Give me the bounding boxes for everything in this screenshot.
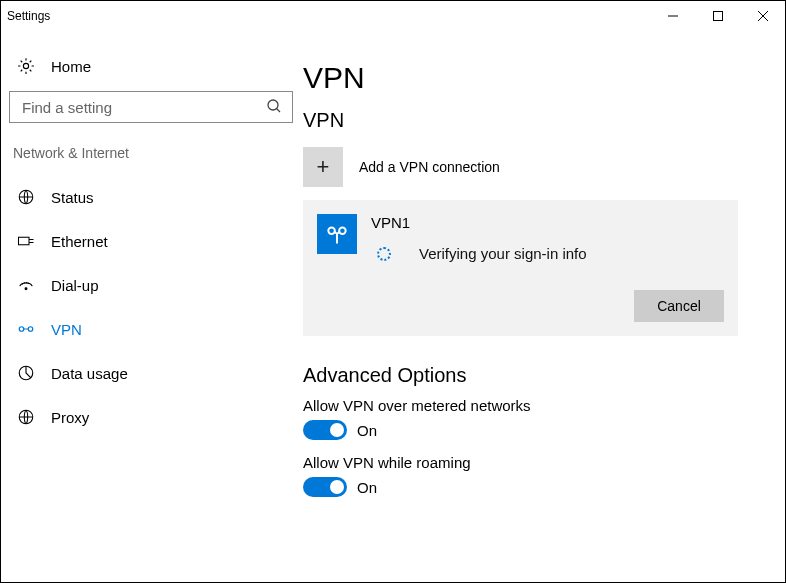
- svg-point-4: [23, 63, 28, 68]
- plus-icon: +: [303, 147, 343, 187]
- status-icon: [15, 186, 37, 208]
- dialup-icon: [15, 274, 37, 296]
- window-titlebar: Settings: [1, 1, 785, 31]
- cancel-button[interactable]: Cancel: [634, 290, 724, 322]
- vpn-connection-name: VPN1: [371, 214, 724, 231]
- metered-option-label: Allow VPN over metered networks: [303, 397, 775, 414]
- vpn-status-text: Verifying your sign-in info: [419, 245, 587, 262]
- sidebar-item-vpn[interactable]: VPN: [9, 307, 295, 351]
- sidebar-item-label: Ethernet: [51, 233, 108, 250]
- search-input[interactable]: [20, 98, 266, 117]
- svg-rect-8: [19, 237, 30, 245]
- metered-toggle[interactable]: [303, 420, 347, 440]
- svg-point-11: [25, 288, 27, 290]
- page-title: VPN: [303, 61, 775, 95]
- gear-icon: [15, 55, 37, 77]
- close-button[interactable]: [740, 1, 785, 31]
- ethernet-icon: [15, 230, 37, 252]
- sidebar-item-proxy[interactable]: Proxy: [9, 395, 295, 439]
- svg-point-13: [28, 327, 33, 332]
- sidebar-home-label: Home: [51, 58, 91, 75]
- sidebar-item-label: Status: [51, 189, 94, 206]
- sidebar-section-label: Network & Internet: [9, 145, 295, 175]
- metered-toggle-state: On: [357, 422, 377, 439]
- svg-point-16: [328, 228, 335, 235]
- spinner-icon: [377, 247, 391, 261]
- roaming-option-label: Allow VPN while roaming: [303, 454, 775, 471]
- sidebar-item-label: Dial-up: [51, 277, 99, 294]
- sidebar: Home Network & Internet Status: [1, 31, 303, 582]
- proxy-icon: [15, 406, 37, 428]
- vpn-icon: [15, 318, 37, 340]
- advanced-options-heading: Advanced Options: [303, 364, 775, 387]
- window-title: Settings: [7, 9, 50, 23]
- sidebar-item-label: Proxy: [51, 409, 89, 426]
- vpn-subheading: VPN: [303, 109, 775, 132]
- add-vpn-row[interactable]: + Add a VPN connection: [303, 142, 775, 192]
- sidebar-item-label: VPN: [51, 321, 82, 338]
- sidebar-home[interactable]: Home: [9, 49, 295, 91]
- svg-point-17: [339, 228, 346, 235]
- main-content: VPN VPN + Add a VPN connection VPN1: [303, 31, 785, 582]
- svg-rect-1: [713, 12, 722, 21]
- sidebar-item-datausage[interactable]: Data usage: [9, 351, 295, 395]
- svg-line-6: [277, 108, 281, 112]
- datausage-icon: [15, 362, 37, 384]
- svg-point-12: [19, 327, 24, 332]
- search-box[interactable]: [9, 91, 293, 123]
- vpn-connection-card[interactable]: VPN1 Verifying your sign-in info Cancel: [303, 200, 738, 336]
- sidebar-item-ethernet[interactable]: Ethernet: [9, 219, 295, 263]
- add-vpn-label: Add a VPN connection: [359, 159, 500, 175]
- sidebar-item-status[interactable]: Status: [9, 175, 295, 219]
- vpn-connection-icon: [317, 214, 357, 254]
- roaming-toggle[interactable]: [303, 477, 347, 497]
- sidebar-item-dialup[interactable]: Dial-up: [9, 263, 295, 307]
- roaming-toggle-state: On: [357, 479, 377, 496]
- sidebar-item-label: Data usage: [51, 365, 128, 382]
- search-icon: [266, 98, 282, 117]
- maximize-button[interactable]: [695, 1, 740, 31]
- minimize-button[interactable]: [650, 1, 695, 31]
